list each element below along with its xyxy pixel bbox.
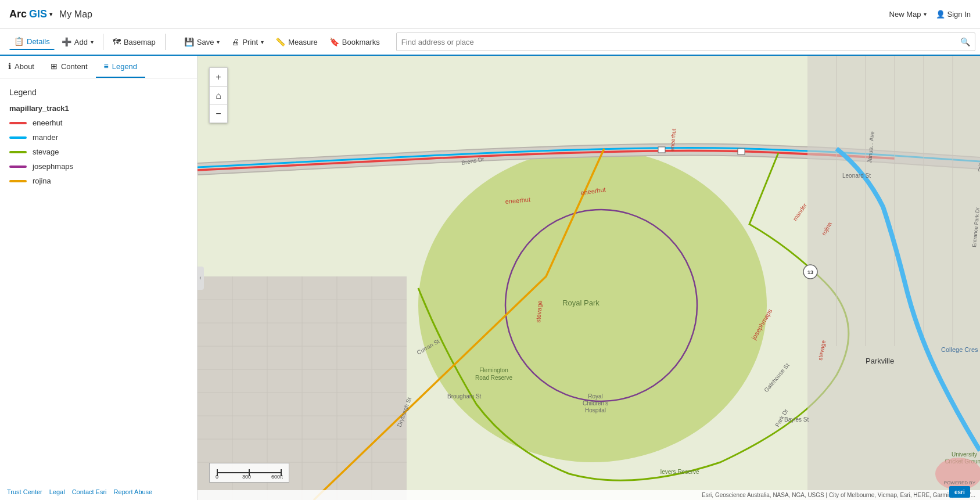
toolbar-right-group: 💾 Save ▾ 🖨 Print ▾ 📏 Measure 🔖 Bookmarks [175,34,389,49]
arcgis-dropdown-icon[interactable]: ▾ [49,11,52,17]
legend-line [9,166,27,168]
tab-about-label: About [15,62,34,71]
map-canvas: eneerhut eneerhut eneerhut mander rojina… [198,56,980,500]
legend-item: eneerhut [9,118,188,127]
legend-line [9,180,27,182]
details-button[interactable]: 📋 Details [9,34,55,50]
legend-panel: Legend mapillary_track1 eneerhut mander … [0,78,197,500]
legend-label: eneerhut [33,118,62,127]
svg-text:Hospital: Hospital [585,407,606,413]
new-map-label: New Map [889,10,921,19]
legend-item: mander [9,133,188,142]
esri-logo: POWERED BY esri [944,480,975,498]
zoom-out-button[interactable]: − [209,105,228,123]
legal-link[interactable]: Legal [49,488,65,495]
save-icon: 💾 [184,37,194,46]
contact-esri-link[interactable]: Contact Esri [72,488,107,495]
search-button[interactable]: 🔍 [960,37,970,46]
scale-bar: 0 300 600ft [209,463,289,483]
attribution: Esri, Geoscience Australia, NASA, NGA, U… [198,490,980,500]
svg-text:300: 300 [242,474,251,479]
arcgis-logo[interactable]: ArcGIS ▾ [9,8,52,20]
bookmarks-icon: 🔖 [329,37,339,46]
arc-text: Arc [9,8,27,20]
map-controls: + ⌂ − [209,67,228,123]
search-input[interactable] [401,38,960,46]
tab-content[interactable]: ⊞ Content [42,56,96,78]
legend-layer-title: mapillary_track1 [9,104,188,113]
new-map-button[interactable]: New Map ▾ [889,10,927,19]
toolbar-details-group: 📋 Details ➕ Add ▾ 🗺 Basemap [5,34,173,50]
add-button[interactable]: ➕ Add ▾ [57,34,98,49]
legend-line [9,122,27,124]
save-button[interactable]: 💾 Save ▾ [180,34,225,49]
legend-label: rojina [33,177,51,185]
bookmarks-button[interactable]: 🔖 Bookmarks [325,34,385,49]
tab-content-label: Content [61,62,88,71]
svg-rect-49 [738,149,745,154]
legend-line [9,151,27,153]
save-dropdown-icon: ▾ [217,39,220,45]
legend-item: stevage [9,148,188,156]
details-icon: 📋 [14,37,24,46]
toolbar-divider-2 [165,34,166,50]
legend-items: eneerhut mander stevage josephmaps rojin… [9,118,188,185]
search-box[interactable]: 🔍 [396,33,975,51]
legend-label: stevage [33,148,59,156]
attribution-text: Esri, Geoscience Australia, NASA, NGA, U… [702,492,975,498]
scale-bar-graphic: 0 300 600ft [214,466,284,479]
measure-label: Measure [288,38,318,46]
svg-text:Flemington: Flemington [479,367,508,373]
map-area[interactable]: eneerhut eneerhut eneerhut mander rojina… [198,56,980,500]
svg-text:600ft: 600ft [271,474,283,479]
footer: Trust Center Legal Contact Esri Report A… [0,484,198,500]
tab-about[interactable]: ℹ About [0,56,42,78]
svg-text:Royal: Royal [588,393,603,400]
legend-line [9,136,27,139]
print-dropdown-icon: ▾ [261,39,264,45]
svg-text:Parkville: Parkville [866,357,894,365]
svg-text:Ievers Reserve: Ievers Reserve [660,469,699,475]
svg-text:Brougham St: Brougham St [447,393,482,400]
save-label: Save [197,38,214,46]
legend-label: josephmaps [33,162,73,171]
sign-in-label: Sign In [947,10,971,19]
measure-button[interactable]: 📏 Measure [271,34,322,49]
gis-text: GIS [29,8,47,20]
basemap-button[interactable]: 🗺 Basemap [108,34,160,49]
sidebar: ℹ About ⊞ Content ≡ Legend Legend mapill… [0,56,198,500]
home-button[interactable]: ⌂ [209,86,228,105]
print-label: Print [242,38,258,46]
legend-icon: ≡ [104,62,109,71]
svg-text:Bayles St: Bayles St [784,416,809,423]
add-icon: ➕ [62,37,71,46]
top-nav-right: New Map ▾ 👤 Sign In [889,10,971,19]
svg-text:Royal Park: Royal Park [562,298,600,307]
powered-by-text: POWERED BY [944,480,975,485]
svg-rect-48 [658,147,665,153]
measure-icon: 📏 [275,37,285,46]
tab-legend[interactable]: ≡ Legend [96,56,146,78]
sign-in-button[interactable]: 👤 Sign In [936,10,971,19]
legend-title: Legend [9,88,188,97]
svg-text:College Cres: College Cres [941,346,978,353]
new-map-dropdown-icon: ▾ [924,11,927,17]
trust-center-link[interactable]: Trust Center [7,488,42,495]
svg-text:13: 13 [807,269,813,275]
sidebar-tabs: ℹ About ⊞ Content ≡ Legend [0,56,197,78]
toolbar: 📋 Details ➕ Add ▾ 🗺 Basemap 💾 Save ▾ 🖨 P… [0,29,980,56]
legend-item: josephmaps [9,162,188,171]
zoom-in-button[interactable]: + [209,67,228,86]
app-title: My Map [59,9,92,20]
collapse-handle[interactable]: ‹ [197,267,204,290]
details-label: Details [27,37,50,46]
tab-legend-label: Legend [112,62,137,71]
svg-text:Road Reserve: Road Reserve [475,375,512,381]
svg-rect-17 [807,56,980,500]
svg-text:Children's: Children's [583,400,608,407]
report-abuse-link[interactable]: Report Abuse [114,488,153,495]
legend-item: rojina [9,177,188,185]
content-icon: ⊞ [51,62,58,71]
about-icon: ℹ [8,62,11,71]
print-button[interactable]: 🖨 Print ▾ [227,34,268,49]
